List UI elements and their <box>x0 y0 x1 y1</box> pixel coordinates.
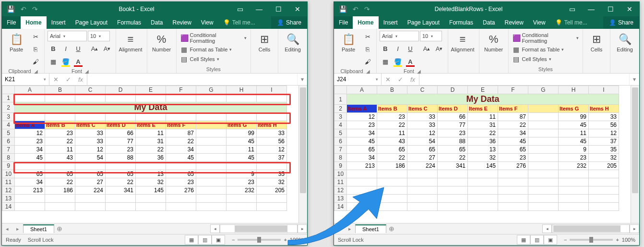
share-button[interactable]: 👤Share <box>603 16 639 29</box>
cell[interactable] <box>166 162 196 170</box>
cell[interactable]: 32 <box>589 154 619 162</box>
cell[interactable]: 22 <box>45 137 75 146</box>
cell[interactable]: 66 <box>106 129 136 137</box>
cell[interactable] <box>377 170 407 178</box>
cell[interactable]: 45 <box>227 154 257 162</box>
cut-icon[interactable]: ✂ <box>30 31 41 42</box>
cell[interactable] <box>257 113 287 121</box>
cell[interactable]: 145 <box>468 162 498 170</box>
maximize-button[interactable]: ☐ <box>269 2 288 16</box>
paste-button[interactable]: 📋Paste <box>337 31 360 55</box>
tab-page-layout[interactable]: Page Layout <box>403 16 444 29</box>
cell[interactable]: 11 <box>227 146 257 154</box>
editing-button[interactable]: 🔍Editing <box>281 31 304 55</box>
format-painter-icon[interactable]: 🖌 <box>362 56 373 67</box>
cell[interactable]: 11 <box>377 129 407 137</box>
cell[interactable] <box>257 195 287 203</box>
cell[interactable] <box>347 170 377 178</box>
cell[interactable]: 276 <box>166 186 196 195</box>
cell[interactable]: 11 <box>559 129 589 137</box>
shrink-font-button[interactable]: A▾ <box>101 43 113 54</box>
italic-button[interactable]: I <box>392 43 404 54</box>
sheet-tab[interactable]: Sheet1 <box>355 224 386 233</box>
cell[interactable] <box>136 94 166 102</box>
cell[interactable] <box>106 162 136 170</box>
normal-view-icon[interactable]: ▦ <box>185 235 198 245</box>
cell[interactable]: 23 <box>377 113 407 121</box>
dialog-launcher-icon[interactable]: ◢ <box>34 69 38 74</box>
cell[interactable]: 54 <box>407 137 438 146</box>
cell[interactable] <box>347 186 377 195</box>
cell[interactable]: 65 <box>75 170 106 178</box>
col-header[interactable]: B <box>377 86 407 94</box>
cell[interactable]: Items A <box>15 121 45 129</box>
cell[interactable]: Items C <box>407 105 438 113</box>
font-color-button[interactable]: A <box>72 56 84 67</box>
cell[interactable] <box>15 162 45 170</box>
row-header[interactable]: 2 <box>334 105 347 113</box>
cell[interactable]: 45 <box>15 154 45 162</box>
cell[interactable] <box>528 113 559 121</box>
cell[interactable]: 145 <box>136 186 166 195</box>
tab-insert[interactable]: Insert <box>379 16 403 29</box>
cell[interactable] <box>468 195 498 203</box>
cell[interactable]: 88 <box>106 154 136 162</box>
col-header[interactable]: B <box>45 86 75 94</box>
cut-icon[interactable]: ✂ <box>362 31 373 42</box>
col-header[interactable]: E <box>136 86 166 94</box>
font-size-combo[interactable]: 10▾ <box>420 31 442 41</box>
zoom-in-icon[interactable]: + <box>616 237 619 243</box>
cell[interactable]: 35 <box>589 146 619 154</box>
grow-font-button[interactable]: A▴ <box>89 43 100 54</box>
cell[interactable]: 205 <box>589 162 619 170</box>
name-box[interactable]: K21▾ <box>2 74 49 85</box>
col-header[interactable]: C <box>407 86 438 94</box>
normal-view-icon[interactable]: ▦ <box>517 235 530 245</box>
cell[interactable] <box>559 203 589 211</box>
cell[interactable]: 45 <box>559 121 589 129</box>
cancel-icon[interactable]: ✕ <box>49 76 62 83</box>
cell[interactable] <box>498 195 528 203</box>
col-header[interactable]: F <box>498 86 528 94</box>
cell[interactable]: 23 <box>227 178 257 186</box>
cell[interactable] <box>15 195 45 203</box>
cell[interactable] <box>438 178 468 186</box>
spreadsheet-grid[interactable]: ABCDEFGHI1My Data2Items AItems BItems CI… <box>334 86 619 211</box>
tell-me-search[interactable]: 💡Tell me... <box>550 16 592 29</box>
col-header[interactable]: D <box>106 86 136 94</box>
cell[interactable]: 36 <box>468 137 498 146</box>
conditional-formatting-button[interactable]: 🟪Conditional Formatting▾ <box>179 32 248 44</box>
cell[interactable]: 54 <box>75 154 106 162</box>
cell[interactable]: 45 <box>166 154 196 162</box>
cell[interactable]: 31 <box>136 137 166 146</box>
minimize-button[interactable]: — <box>250 2 269 16</box>
cell[interactable]: 65 <box>377 146 407 154</box>
tab-data[interactable]: Data <box>146 16 167 29</box>
fill-color-button[interactable]: 🪣 <box>60 56 72 67</box>
col-header[interactable]: E <box>468 86 498 94</box>
cell[interactable] <box>438 195 468 203</box>
cell[interactable]: 9 <box>559 146 589 154</box>
cell[interactable] <box>45 94 75 102</box>
vertical-scrollbar[interactable] <box>298 86 307 223</box>
cell[interactable]: Items E <box>136 121 166 129</box>
zoom-level[interactable]: 100% <box>290 237 303 243</box>
grow-font-button[interactable]: A▴ <box>421 43 432 54</box>
cell[interactable] <box>589 178 619 186</box>
cell[interactable] <box>45 113 75 121</box>
enter-icon[interactable]: ✓ <box>62 76 74 83</box>
bold-button[interactable]: B <box>380 43 391 54</box>
copy-icon[interactable]: ⎘ <box>362 43 373 55</box>
save-icon[interactable]: 💾 <box>339 5 347 13</box>
minimize-button[interactable]: — <box>582 2 601 16</box>
cell[interactable] <box>589 170 619 178</box>
row-header[interactable]: 10 <box>2 170 15 178</box>
row-header[interactable]: 6 <box>334 137 347 146</box>
cell[interactable]: 186 <box>377 162 407 170</box>
cell[interactable] <box>15 203 45 211</box>
cell[interactable]: 65 <box>407 146 438 154</box>
cell[interactable]: 65 <box>106 170 136 178</box>
cell[interactable] <box>106 203 136 211</box>
cell[interactable] <box>438 170 468 178</box>
cell[interactable] <box>528 195 559 203</box>
